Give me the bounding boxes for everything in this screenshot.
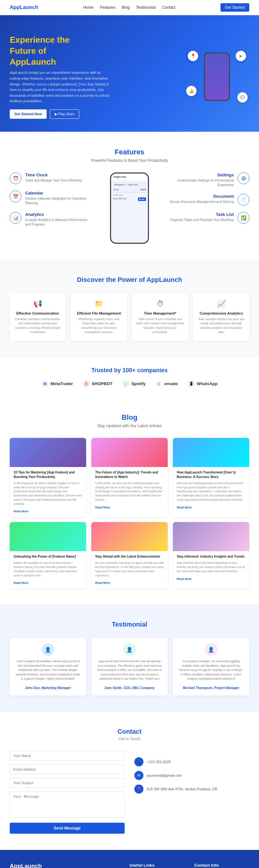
feature-timeclock: ⏰ Time Clock Track and Manage Your Time … [10,173,91,184]
testimonial-card-1: 👤 I can't imagine my workday without App… [10,638,86,695]
footer-logo: AppLaunch [10,863,120,868]
phone-header: Flight Info [111,174,148,180]
hero-icon-4: 💬 [237,92,248,102]
document-desc: Secure Document Management and Sharing [168,200,234,204]
features-right: Settings Customizable Settings for Perso… [168,173,249,224]
trusted-title: Trusted by 100+ companies [10,367,249,374]
blog-content-5: Stay Ahead with the Latest Enhancements … [91,551,168,588]
avatar-1: 👤 [41,643,54,656]
subject-input[interactable] [10,778,125,788]
name-group [10,751,125,761]
nav-links: Home Features Blog Testimonial Contact [83,5,175,10]
hero-line1: Experience the [10,35,69,45]
nav-features[interactable]: Features [100,5,115,10]
blog-readmore-2[interactable]: Read More [95,506,110,509]
avatar-2: 👤 [123,643,136,656]
name-input[interactable] [10,751,125,761]
blog-excerpt-5: We are constantly improving our app to p… [95,561,164,577]
hero-icon-2: ▶ [236,51,246,61]
email-icon: ✉ [134,771,143,780]
blog-subtitle: Stay Updated with Our Latest Articles [10,424,249,428]
settings-text: Settings Customizable Settings for Perso… [168,173,234,187]
blog-readmore-5[interactable]: Read More [95,581,110,585]
phone-icon: 📞 [134,757,143,766]
hero-buttons: Get Started Now ▶ Play Store [10,110,113,119]
tasklist-desc: Organize Tasks and Prioritize Your Workf… [168,218,234,222]
blog-excerpt-4: Explore the spotlight on one of our key … [13,561,82,577]
blog-img-3 [173,438,249,467]
discover-card-communication: 📢 Effective Communication Facilitate sea… [10,293,66,341]
analytics-desc: In-depth Analytics to Measure Performanc… [25,218,91,227]
blog-readmore-1[interactable]: Read More [13,510,28,513]
calendar-text: Calendar Intuitive Calendar Integration … [25,191,91,206]
footer-links: Useful Links Home Features Blog Testimon… [130,863,184,868]
contact-grid: Send Message 📞 +123-321-6325 ✉ youremail… [10,751,249,834]
discover-card-timemanagement: ⏱ Time Management* Take control of your … [132,293,188,341]
shopbot-label: SHOPBOT [92,381,112,386]
feature-calendar: 📅 Calendar Intuitive Calendar Integratio… [10,191,91,206]
footer-contact: Contact Info 📞 +389 385 4053 ✉ example@g… [194,863,249,868]
contact-address: 📍 818 SW 3RD Ave #781, london Portland, … [134,784,249,794]
communication-desc: Facilitate seamless communication and co… [13,317,62,335]
nav-cta-button[interactable]: Get Started [221,3,249,12]
communication-title: Effective Communication [13,311,62,315]
blog-readmore-3[interactable]: Read More [177,506,192,509]
nav-contact[interactable]: Contact [162,5,175,10]
message-input[interactable] [10,792,125,817]
blog-title-2: The Future of [App Industry]: Trends and… [95,470,164,479]
trusted-section: Trusted by 100+ companies M MetaTrader S… [0,357,259,397]
analytics-title: Analytics [25,212,91,217]
timeclock-title: Time Clock [25,173,82,177]
blog-content-4: Unleashing the Power of [Feature Name] E… [10,551,86,588]
blog-content-2: The Future of [App Industry]: Trends and… [91,467,168,513]
email-input[interactable] [10,765,125,774]
tasklist-icon: ✅ [238,212,249,224]
testimonial-title: Testimonial [10,621,249,628]
shopbot-icon: S [83,380,90,388]
blog-img-4 [10,522,86,551]
discover-grid: 📢 Effective Communication Facilitate sea… [10,293,249,341]
email-group [10,765,125,774]
hero-phone-mockup [204,53,230,101]
nav-testimonial[interactable]: Testimonial [136,5,155,10]
logo-shopbot: S SHOPBOT [83,380,112,388]
send-button[interactable]: Send Message [10,823,125,834]
hero-description: AppLaunch brings you an unparalleled exp… [10,70,113,104]
document-icon: 📄 [238,194,249,206]
hero-icon-3: 🔔 [186,86,197,96]
blog-readmore-6[interactable]: Read More [177,577,192,581]
feature-analytics: 📊 Analytics In-depth Analytics to Measur… [10,212,91,227]
contact-phone: 📞 +123-321-6325 [134,757,249,766]
envato-label: envato [165,381,178,386]
comprehensiveanalytics-title: Comprehensive Analytics [197,311,246,315]
nav-home[interactable]: Home [83,5,93,10]
blog-img-1 [10,438,86,467]
discover-card-comprehensiveanalytics: 📈 Comprehensive Analytics Gain valuable … [193,293,249,341]
blog-content-6: Stay Informed: Industry Insights and Tre… [173,551,249,584]
navbar: AppLaunch Home Features Blog Testimonial… [0,0,259,15]
features-subtitle: Powerful Features to Boost Your Producti… [10,158,249,163]
blog-card-2: The Future of [App Industry]: Trends and… [91,438,168,517]
blog-excerpt-2: In this article, we dive into the exciti… [95,481,164,502]
testimonial-quote-3: As a project manager, I'm constantly jug… [178,659,244,681]
hero-start-button[interactable]: Get Started Now [10,110,47,119]
timeclock-desc: Track and Manage Your Time Efficiently [25,178,82,183]
document-text: Document Secure Document Management and … [168,194,234,204]
metatrader-label: MetaTrader [51,381,73,386]
avatar-3: 👤 [205,643,218,656]
blog-card-1: 10 Tips for Mastering [App Feature] and … [10,438,86,517]
email-address: youremail@gmail.com [147,774,182,777]
blog-img-5 [91,522,168,551]
blog-content-1: 10 Tips for Mastering [App Feature] and … [10,467,86,517]
metatrader-icon: M [41,380,49,388]
feature-tasklist: Task List Organize Tasks and Prioritize … [168,212,249,224]
blog-readmore-4[interactable]: Read More [13,581,28,585]
features-title: Features [10,148,249,156]
logos-container: M MetaTrader S SHOPBOT ♫ Spotify E envat… [10,380,249,388]
hero-play-button[interactable]: ▶ Play Store [50,110,80,119]
contact-section: Contact Get in Touch Send Message 📞 +123… [0,712,259,850]
discover-card-filemanagement: 📁 Efficient File Management Effortlessly… [71,293,127,341]
nav-blog[interactable]: Blog [122,5,130,10]
features-section: Features Powerful Features to Boost Your… [0,132,259,260]
tasklist-text: Task List Organize Tasks and Prioritize … [168,212,234,222]
